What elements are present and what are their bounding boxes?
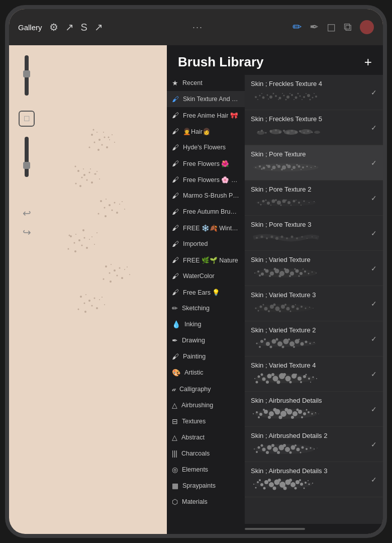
svg-point-309 bbox=[301, 416, 303, 418]
sidebar-item-free-autumn[interactable]: 🖌 Free Autumn Brushes… bbox=[167, 204, 245, 220]
sidebar-item-free-flowers2[interactable]: 🖌 Free Flowers 🌸 V.2 bbox=[167, 171, 245, 188]
svg-point-360 bbox=[304, 488, 305, 489]
brush-icon-8: 🖌 bbox=[172, 208, 179, 216]
select-icon[interactable]: S bbox=[81, 22, 87, 33]
sidebar-item-recent[interactable]: ★ Recent bbox=[167, 75, 245, 91]
sidebar-item-skin-texture[interactable]: 🖌 Skin Texture And Por… bbox=[167, 91, 245, 107]
materials-icon: ⬡ bbox=[172, 498, 178, 506]
canvas-tool[interactable]: ☐ bbox=[19, 111, 35, 127]
smudge-tool[interactable]: ✒ bbox=[310, 21, 319, 34]
svg-point-130 bbox=[307, 130, 309, 132]
svg-point-318 bbox=[285, 447, 290, 452]
brush-item-varied-texture2[interactable]: Skin ; Varied Texture 2 bbox=[245, 321, 383, 356]
sidebar-item-textures[interactable]: ⊟ Textures bbox=[167, 413, 245, 429]
undo-button[interactable]: ↩ bbox=[23, 207, 31, 219]
sidebar-item-calligraphy[interactable]: 𝒶 Calligraphy bbox=[167, 381, 245, 397]
svg-point-333 bbox=[295, 444, 297, 446]
sidebar-item-label: Free Flowers 🌸 V.2 bbox=[183, 176, 240, 184]
sidebar-item-abstract[interactable]: △ Abstract bbox=[167, 429, 245, 445]
svg-point-48 bbox=[75, 234, 76, 235]
brush-item-airbrushed3[interactable]: Skin ; Airbrushed Details 3 bbox=[245, 462, 383, 497]
layers-tool[interactable]: ⧉ bbox=[344, 21, 352, 34]
gallery-button[interactable]: Gallery bbox=[18, 23, 42, 32]
sidebar-item-artistic[interactable]: 🎨 Artistic bbox=[167, 365, 245, 381]
svg-point-324 bbox=[314, 448, 315, 449]
svg-point-267 bbox=[285, 376, 291, 382]
sidebar-item-inking[interactable]: 💧 Inking bbox=[167, 316, 245, 332]
brush-item-pore-texture2[interactable]: Skin ; Pore Texture 2 bbox=[245, 180, 383, 216]
svg-point-354 bbox=[273, 487, 276, 490]
svg-point-145 bbox=[311, 167, 312, 168]
svg-point-243 bbox=[272, 339, 276, 344]
sidebar-item-airbrushing[interactable]: △ Airbrushing bbox=[167, 397, 245, 413]
svg-point-45 bbox=[89, 239, 90, 240]
brush-name: Skin ; Varied Texture 2 bbox=[251, 326, 367, 334]
sidebar-item-drawing[interactable]: ✒ Drawing bbox=[167, 332, 245, 348]
svg-point-55 bbox=[69, 235, 70, 236]
svg-point-184 bbox=[286, 237, 288, 239]
svg-point-190 bbox=[316, 237, 317, 238]
sidebar-item-label: Painting bbox=[183, 353, 206, 360]
svg-point-187 bbox=[302, 236, 303, 238]
sidebar-item-free-ears[interactable]: 🖌 Free Ears 💡 bbox=[167, 284, 245, 300]
svg-point-116 bbox=[300, 129, 312, 134]
svg-point-358 bbox=[295, 487, 297, 490]
sidebar-item-sketching[interactable]: ✏ Sketching bbox=[167, 300, 245, 316]
sidebar-item-hair[interactable]: 🖌 🧑‍🦱Hair👩 bbox=[167, 123, 245, 139]
sidebar-item-elements[interactable]: ◎ Elements bbox=[167, 462, 245, 478]
sidebar-item-spraypaints[interactable]: ▦ Spraypaints bbox=[167, 478, 245, 494]
color-picker[interactable] bbox=[360, 20, 374, 34]
svg-point-348 bbox=[309, 484, 310, 485]
svg-point-95 bbox=[303, 96, 305, 98]
svg-point-219 bbox=[260, 306, 262, 308]
more-menu[interactable]: ··· bbox=[192, 22, 203, 33]
brush-info: Skin ; Varied Texture 3 bbox=[251, 291, 367, 316]
brush-check-icon: ✓ bbox=[371, 88, 377, 97]
brush-info: Skin ; Airbrushed Details 2 bbox=[251, 432, 367, 457]
brush-item-freckles5[interactable]: Skin ; Freckles Texture 5 bbox=[245, 110, 383, 145]
brush-item-pore-texture[interactable]: Skin ; Pore Texture bbox=[245, 145, 383, 180]
brush-item-varied-texture4[interactable]: Skin ; Varied Texture 4 bbox=[245, 356, 383, 392]
svg-point-136 bbox=[267, 165, 270, 168]
move-icon[interactable]: ↗ bbox=[94, 21, 103, 33]
sidebar-item-hydes-flowers[interactable]: 🖌 Hyde's Flowers bbox=[167, 139, 245, 155]
add-brush-button[interactable]: + bbox=[364, 54, 372, 70]
opacity-slider[interactable] bbox=[25, 137, 29, 177]
brush-item-varied-texture3[interactable]: Skin ; Varied Texture 3 bbox=[245, 286, 383, 321]
sidebar-item-watercolor[interactable]: 🖌 WaterColor bbox=[167, 268, 245, 284]
sidebar-item-charcoals[interactable]: ||| Charcoals bbox=[167, 445, 245, 462]
sidebar-item-materials[interactable]: ⬡ Materials bbox=[167, 494, 245, 510]
svg-point-242 bbox=[266, 342, 270, 346]
svg-point-280 bbox=[289, 381, 292, 384]
brush-item-freckles4[interactable]: Skin ; Freckles Texture 4 bbox=[245, 75, 383, 110]
brush-size-slider[interactable] bbox=[25, 55, 29, 96]
spraypaints-icon: ▦ bbox=[172, 482, 178, 490]
sidebar-item-painting[interactable]: 🖌 Painting bbox=[167, 348, 245, 365]
svg-point-328 bbox=[266, 451, 269, 454]
svg-point-246 bbox=[289, 341, 295, 346]
brush-item-airbrushed[interactable]: Skin ; Airbrushed Details bbox=[245, 392, 383, 427]
svg-point-93 bbox=[295, 97, 298, 99]
brush-icon-9: 🖌 bbox=[172, 224, 179, 232]
pen-tool[interactable]: ✏ bbox=[292, 21, 302, 34]
transform-icon[interactable]: ↗ bbox=[65, 21, 74, 33]
svg-point-164 bbox=[293, 200, 296, 203]
sidebar-item-anime-hair[interactable]: 🖌 Free Anime Hair 🎀 bbox=[167, 107, 245, 123]
svg-point-167 bbox=[309, 202, 310, 203]
eraser-tool[interactable]: ◻ bbox=[327, 21, 336, 34]
sidebar-item-marmo[interactable]: 🖌 Marmo S-Brush Pack bbox=[167, 188, 245, 204]
opacity-thumb[interactable] bbox=[23, 162, 30, 169]
brush-item-airbrushed2[interactable]: Skin ; Airbrushed Details 2 bbox=[245, 427, 383, 462]
svg-point-154 bbox=[297, 164, 298, 166]
brush-size-thumb[interactable] bbox=[23, 70, 30, 77]
sidebar-item-free-flowers[interactable]: 🖌 Free Flowers 🌺 bbox=[167, 155, 245, 171]
sidebar-item-imported[interactable]: 🖌 Imported bbox=[167, 236, 245, 252]
sidebar-item-free-winter[interactable]: 🖌 FREE ❄️🍂 Winter N… bbox=[167, 220, 245, 236]
wrench-icon[interactable]: ⚙ bbox=[49, 21, 58, 33]
sidebar-item-free-nature[interactable]: 🖌 FREE 🌿🌱 Nature bbox=[167, 252, 245, 268]
redo-button[interactable]: ↪ bbox=[23, 226, 31, 238]
brush-item-varied-texture[interactable]: Skin ; Varied Texture bbox=[245, 251, 383, 286]
brush-icon-2: 🖌 bbox=[172, 111, 179, 119]
svg-point-165 bbox=[298, 202, 300, 204]
brush-item-pore-texture3[interactable]: Skin ; Pore Texture 3 bbox=[245, 216, 383, 251]
